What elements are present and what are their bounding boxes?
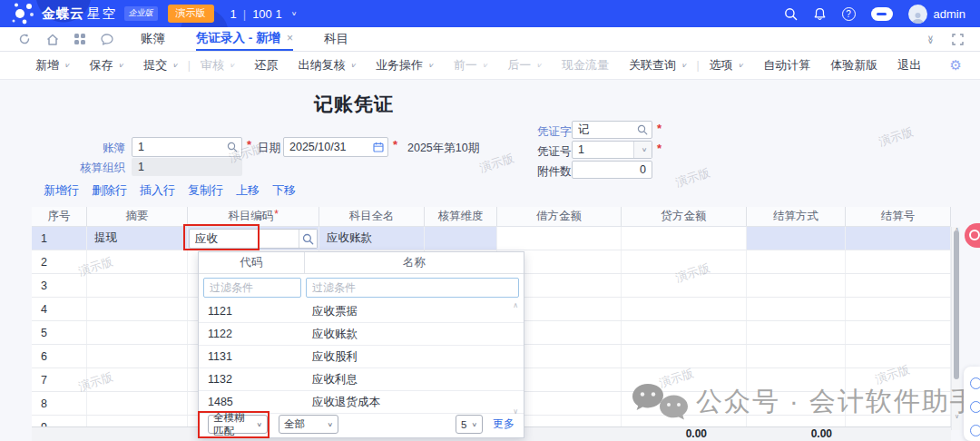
new-button[interactable]: 新增∨ — [25, 57, 80, 74]
date-field[interactable] — [283, 137, 388, 157]
cashier-review-button[interactable]: 出纳复核∨ — [289, 57, 367, 74]
col-header-summary[interactable]: 摘要 — [87, 207, 188, 226]
book-field[interactable] — [132, 137, 242, 157]
voucher-number-input[interactable] — [573, 143, 633, 156]
col-header-seq[interactable]: 序号 — [32, 207, 87, 226]
row1-dimension-cell[interactable] — [425, 227, 497, 250]
user-icon — [911, 12, 925, 24]
voucher-word-input[interactable] — [573, 123, 633, 136]
restore-button[interactable]: 还原 — [245, 57, 289, 74]
account-code-query-field[interactable] — [189, 229, 318, 249]
row1-account-name[interactable]: 应收账款 — [319, 227, 425, 250]
entry-row-1[interactable]: 1 提现 应收账款 — [32, 227, 951, 250]
col-header-settle-number[interactable]: 结算号 — [846, 207, 951, 226]
floating-side-panel[interactable] — [964, 367, 980, 441]
quick-icons — [18, 33, 113, 45]
chevron-down-icon: ∨ — [256, 421, 262, 427]
voucher-word-field[interactable] — [572, 121, 652, 139]
code-filter-input[interactable] — [203, 278, 301, 298]
book-label: 账簿 — [103, 141, 125, 156]
notification-bell-icon[interactable] — [813, 7, 827, 21]
row1-debit-cell[interactable] — [497, 227, 622, 250]
sync-icon[interactable] — [18, 33, 31, 45]
calendar-icon[interactable] — [373, 142, 384, 152]
floating-icon[interactable] — [970, 401, 980, 413]
floating-icon[interactable] — [970, 425, 980, 436]
tabbar: 账簿 凭证录入 - 新增 × 科目 ∨∨ — [0, 27, 980, 52]
col-header-settle-method[interactable]: 结算方式 — [747, 207, 846, 226]
account-code-query-input[interactable] — [190, 232, 299, 245]
save-button[interactable]: 保存∨ — [80, 57, 134, 74]
insert-row-link[interactable]: 插入行 — [140, 182, 175, 199]
delete-row-link[interactable]: 删除行 — [92, 182, 127, 199]
lookup-row[interactable]: 1132应收利息 — [199, 368, 524, 391]
floating-badge[interactable] — [965, 223, 980, 248]
scrollbar-thumb[interactable] — [954, 230, 959, 379]
lookup-row[interactable]: 1131应收股利 — [199, 346, 524, 368]
org-switcher[interactable]: 1 | 100 1 ∨ — [230, 7, 298, 21]
brand-title: 金蝶云 星空 — [42, 5, 118, 23]
lookup-search-icon[interactable] — [637, 124, 648, 135]
close-tab-icon[interactable]: × — [287, 32, 293, 44]
move-up-link[interactable]: 上移 — [236, 182, 260, 199]
match-mode-select[interactable]: 全模糊匹配∨ — [208, 415, 268, 434]
add-row-link[interactable]: 新增行 — [44, 182, 79, 199]
options-button[interactable]: 选项∨ — [700, 57, 754, 74]
name-filter-input[interactable] — [306, 278, 519, 298]
org-id: 100 1 — [252, 7, 282, 21]
date-input[interactable] — [284, 141, 369, 153]
search-icon[interactable] — [784, 7, 798, 21]
auto-calc-button[interactable]: 自动计算 — [753, 57, 820, 74]
lookup-row[interactable]: 1122应收账款 — [199, 323, 524, 346]
col-header-credit[interactable]: 贷方金额 — [622, 207, 747, 226]
try-new-version-button[interactable]: 体验新版 — [820, 57, 887, 74]
lookup-row[interactable]: 1121应收票据 — [199, 300, 524, 323]
col-header-account-name[interactable]: 科目全名 — [319, 207, 425, 226]
apps-grid-icon[interactable] — [74, 34, 85, 44]
row1-settle-number-cell[interactable] — [846, 227, 951, 250]
row1-settle-method-cell[interactable] — [747, 227, 846, 250]
lookup-search-icon[interactable] — [227, 142, 238, 152]
row1-credit-cell[interactable] — [622, 227, 747, 250]
attachments-input[interactable] — [573, 163, 652, 176]
message-icon[interactable] — [101, 34, 113, 45]
copy-row-link[interactable]: 复制行 — [188, 182, 223, 199]
avatar[interactable] — [908, 5, 927, 24]
col-header-dimension[interactable]: 核算维度 — [425, 207, 497, 226]
lookup-search-icon[interactable] — [302, 233, 314, 245]
floating-icon[interactable] — [970, 377, 980, 389]
tab-accounts[interactable]: 科目 — [324, 27, 348, 51]
chevron-down-icon: ∨ — [229, 62, 235, 68]
fullscreen-icon[interactable] — [952, 34, 964, 45]
username[interactable]: admin — [934, 7, 965, 21]
settings-gear-icon[interactable]: ⚙ — [950, 57, 962, 74]
tab-ledger[interactable]: 账簿 — [141, 27, 165, 51]
home-icon[interactable] — [46, 34, 59, 45]
submit-button[interactable]: 提交∨ — [133, 57, 188, 74]
exit-button[interactable]: 退出 — [887, 57, 931, 74]
tab-voucher-entry-new[interactable]: 凭证录入 - 新增 × — [196, 27, 293, 51]
voucher-number-field[interactable]: ∨ — [572, 141, 652, 159]
grid-scrollbar[interactable]: ∧ ∨ — [951, 227, 960, 430]
col-header-account-code[interactable]: 科目编码* — [188, 207, 319, 226]
attachments-field[interactable] — [572, 161, 652, 179]
collapse-chevrons-icon[interactable]: ∨∨ — [927, 35, 934, 43]
related-query-button[interactable]: 关联查询∨ — [619, 57, 697, 74]
col-header-debit[interactable]: 借方金额 — [497, 207, 622, 226]
scroll-down-caret-icon[interactable]: ∨ — [953, 413, 961, 420]
page-size-select[interactable]: 5∨ — [456, 415, 483, 434]
hide-toolbar-toggle-icon[interactable] — [871, 7, 893, 21]
book-input[interactable] — [132, 141, 223, 153]
help-icon[interactable]: ? — [842, 7, 856, 21]
accounting-org-label: 核算组织 — [80, 161, 125, 176]
business-ops-button[interactable]: 业务操作∨ — [366, 57, 444, 74]
fiscal-period: 2025年第10期 — [407, 141, 479, 156]
required-mark: * — [657, 122, 662, 135]
chevron-down-icon[interactable]: ∨ — [642, 146, 648, 152]
scope-select[interactable]: 全部∨ — [279, 415, 338, 434]
tab-label: 科目 — [324, 31, 348, 47]
move-down-link[interactable]: 下移 — [272, 182, 296, 199]
list-scroll-up-icon: ∧ — [513, 301, 518, 309]
row1-summary[interactable]: 提现 — [87, 227, 188, 250]
more-link[interactable]: 更多 — [493, 416, 514, 432]
